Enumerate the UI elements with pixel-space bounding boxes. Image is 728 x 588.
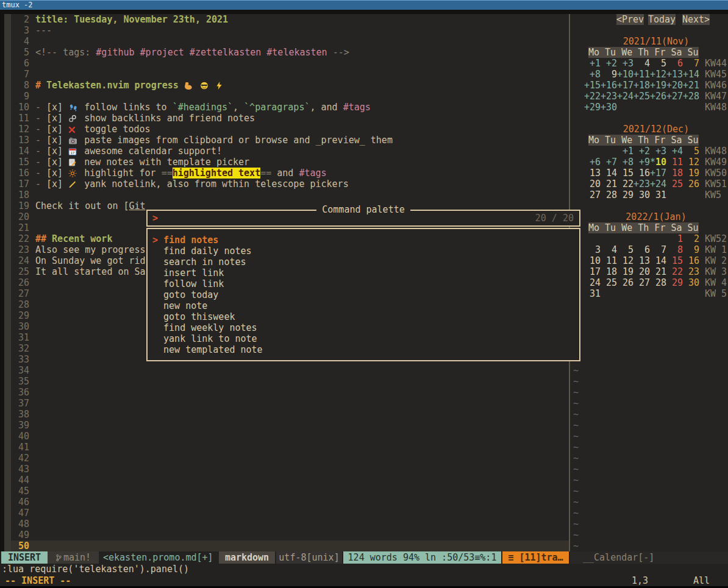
- editor-line[interactable]: 8# Telekasten.nvim progress: [11, 80, 569, 91]
- calendar-day[interactable]: +11: [633, 69, 650, 80]
- calendar-day[interactable]: +26: [650, 91, 666, 102]
- calendar-day[interactable]: 8: [666, 244, 683, 255]
- calendar-day[interactable]: 16: [683, 255, 699, 266]
- calendar-day[interactable]: 18: [601, 266, 617, 277]
- editor-line[interactable]: 43: [11, 464, 569, 475]
- calendar-day[interactable]: 22: [666, 266, 683, 277]
- calendar-day[interactable]: 30: [633, 190, 650, 200]
- calendar-day[interactable]: 31: [650, 190, 666, 200]
- editor-line[interactable]: 34: [11, 365, 569, 376]
- calendar-day[interactable]: 20: [584, 179, 601, 190]
- prev-button[interactable]: <Prev: [616, 14, 644, 25]
- editor-line[interactable]: 4: [11, 36, 569, 47]
- editor-line[interactable]: 44: [11, 475, 569, 486]
- calendar-day[interactable]: +23: [633, 179, 650, 190]
- editor-line[interactable]: 6: [11, 58, 569, 69]
- palette-item[interactable]: goto today: [152, 289, 218, 300]
- calendar-day[interactable]: 14: [601, 168, 617, 179]
- calendar-day[interactable]: +24: [650, 179, 666, 190]
- calendar-day[interactable]: 5: [683, 146, 699, 157]
- editor-line[interactable]: 15- [x] new notes with template picker: [11, 157, 569, 168]
- editor-line[interactable]: 11- [x] show backlinks and friend notes: [11, 113, 569, 124]
- calendar-day[interactable]: 5: [650, 58, 666, 69]
- editor-line[interactable]: 9: [11, 91, 569, 102]
- editor-line[interactable]: 2title: Tuesday, November 23th, 2021: [11, 14, 569, 25]
- palette-item[interactable]: follow link: [152, 278, 224, 289]
- calendar-day[interactable]: +20: [666, 80, 683, 91]
- calendar-day[interactable]: 27: [584, 190, 601, 200]
- calendar-day[interactable]: +14: [683, 69, 699, 80]
- calendar-day[interactable]: +27: [666, 91, 683, 102]
- calendar-day[interactable]: 31: [584, 288, 601, 299]
- calendar-day[interactable]: 13: [584, 168, 601, 179]
- calendar-day[interactable]: 11: [601, 255, 617, 266]
- calendar-day[interactable]: +9: [633, 157, 650, 168]
- calendar-day[interactable]: 24: [584, 277, 601, 288]
- calendar-day[interactable]: 29: [617, 190, 633, 200]
- calendar-day[interactable]: +3: [617, 58, 633, 69]
- calendar-day[interactable]: 22: [617, 179, 633, 190]
- calendar-day[interactable]: 4: [633, 58, 650, 69]
- calendar-day[interactable]: +19: [650, 80, 666, 91]
- palette-item[interactable]: find daily notes: [152, 246, 252, 257]
- today-button[interactable]: Today: [648, 14, 676, 25]
- palette-prompt[interactable]: > 20 / 20: [146, 210, 580, 227]
- editor-line[interactable]: 10- [x] follow links to `#headings`, `^p…: [11, 102, 569, 113]
- editor-line[interactable]: 3---: [11, 25, 569, 36]
- calendar-day[interactable]: 14: [650, 255, 666, 266]
- calendar-day[interactable]: +3: [650, 146, 666, 157]
- editor-line[interactable]: 12- [x] toggle todos: [11, 124, 569, 135]
- calendar-day[interactable]: 9: [683, 244, 699, 255]
- editor-line[interactable]: 45: [11, 486, 569, 497]
- calendar-day[interactable]: 9: [601, 69, 617, 80]
- calendar-day[interactable]: +16: [601, 80, 617, 91]
- calendar-day[interactable]: 25: [666, 179, 683, 190]
- calendar-day[interactable]: +12: [650, 69, 666, 80]
- calendar-day[interactable]: 6: [633, 244, 650, 255]
- editor-line[interactable]: 13- [x] paste images from clipboard or b…: [11, 135, 569, 146]
- calendar-day[interactable]: 15: [666, 255, 683, 266]
- calendar-day[interactable]: 1: [666, 233, 683, 244]
- calendar-day[interactable]: 10: [584, 255, 601, 266]
- palette-item[interactable]: goto thisweek: [152, 311, 235, 322]
- editor-line[interactable]: 46: [11, 497, 569, 508]
- calendar-day[interactable]: +22: [584, 91, 601, 102]
- calendar-day[interactable]: +17: [650, 168, 666, 179]
- calendar-day[interactable]: 23: [683, 266, 699, 277]
- calendar-day[interactable]: +18: [633, 80, 650, 91]
- calendar-day[interactable]: 26: [683, 179, 699, 190]
- calendar-day[interactable]: +6: [584, 157, 601, 168]
- calendar-day[interactable]: 2: [683, 233, 699, 244]
- palette-item[interactable]: new templated note: [152, 344, 263, 355]
- calendar-day[interactable]: +17: [617, 80, 633, 91]
- editor-line[interactable]: 36: [11, 387, 569, 398]
- calendar-day[interactable]: +25: [633, 91, 650, 102]
- calendar-day[interactable]: 30: [683, 277, 699, 288]
- calendar-day[interactable]: 16: [633, 168, 650, 179]
- left-scrollbar[interactable]: [4, 14, 11, 551]
- editor-line[interactable]: 16- [x] highlight for ==highlighted text…: [11, 168, 569, 179]
- palette-item[interactable]: insert link: [152, 267, 224, 278]
- next-button[interactable]: Next>: [682, 14, 710, 25]
- editor-line[interactable]: 5<!-- tags: #github #project #zettelkast…: [11, 47, 569, 58]
- calendar-day[interactable]: +1: [617, 146, 633, 157]
- calendar-day[interactable]: 18: [666, 168, 683, 179]
- calendar-day[interactable]: +30: [601, 102, 617, 113]
- calendar-day[interactable]: 12: [683, 157, 699, 168]
- editor-line[interactable]: 50: [11, 540, 569, 551]
- calendar-day[interactable]: +7: [601, 157, 617, 168]
- editor-line[interactable]: 49: [11, 530, 569, 540]
- editor-line[interactable]: 7: [11, 69, 569, 80]
- calendar-day[interactable]: +8: [617, 157, 633, 168]
- calendar-day[interactable]: 20: [633, 266, 650, 277]
- palette-item[interactable]: > find notes: [152, 235, 218, 246]
- palette-item[interactable]: new note: [152, 300, 207, 311]
- calendar-day[interactable]: 28: [601, 190, 617, 200]
- calendar-day[interactable]: 5: [617, 244, 633, 255]
- calendar-day[interactable]: 19: [617, 266, 633, 277]
- editor-line[interactable]: 18: [11, 190, 569, 200]
- calendar-day[interactable]: 4: [601, 244, 617, 255]
- calendar-day[interactable]: 28: [650, 277, 666, 288]
- calendar-day[interactable]: +8: [584, 69, 601, 80]
- calendar-day[interactable]: 12: [617, 255, 633, 266]
